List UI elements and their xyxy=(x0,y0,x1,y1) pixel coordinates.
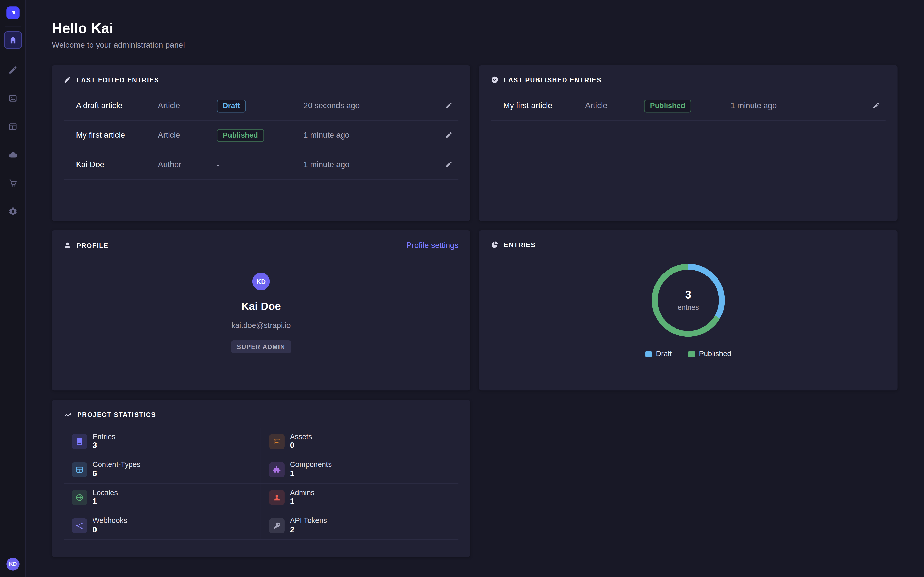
legend-item-published: Published xyxy=(688,350,731,358)
project-statistics-card: PROJECT STATISTICS Entries 3 Assets 0 xyxy=(52,400,470,557)
card-title: LAST PUBLISHED ENTRIES xyxy=(504,76,602,83)
entry-name: My first article xyxy=(76,131,158,140)
last-published-entries-card: LAST PUBLISHED ENTRIES My first article … xyxy=(479,65,898,221)
status-badge: Published xyxy=(217,129,264,142)
legend-item-draft: Draft xyxy=(645,350,672,358)
card-title: PROFILE xyxy=(76,242,108,249)
stat-value: 1 xyxy=(290,497,315,507)
globe-icon xyxy=(72,490,87,506)
sidebar: KD xyxy=(0,0,26,577)
puzzle-icon xyxy=(269,462,284,477)
card-title: ENTRIES xyxy=(504,241,536,248)
entry-time: 20 seconds ago xyxy=(304,101,437,110)
donut-legend: Draft Published xyxy=(645,350,731,358)
sidebar-item-settings[interactable] xyxy=(4,203,21,220)
status-badge: Published xyxy=(644,99,691,112)
edit-entry-button[interactable] xyxy=(864,102,880,110)
stat-value: 0 xyxy=(92,525,127,535)
user-avatar[interactable]: KD xyxy=(6,558,19,571)
sidebar-item-marketplace[interactable] xyxy=(4,174,21,192)
table-row: A draft article Article Draft 20 seconds… xyxy=(64,91,459,121)
stats-grid: Entries 3 Assets 0 Content-Types xyxy=(64,428,459,540)
sidebar-item-content-type-builder[interactable] xyxy=(4,118,21,135)
marketplace-cart-icon xyxy=(8,179,18,188)
content-type-builder-icon xyxy=(8,122,18,131)
sidebar-item-home[interactable] xyxy=(4,31,21,49)
edit-entry-button[interactable] xyxy=(437,161,453,169)
entries-card: ENTRIES 3 entries Draft xyxy=(479,230,898,390)
profile-card: PROFILE Profile settings KD Kai Doe kai.… xyxy=(52,230,470,390)
stat-assets: Assets 0 xyxy=(261,428,459,456)
table-row: Kai Doe Author - 1 minute ago xyxy=(64,150,459,179)
entry-type: Article xyxy=(158,101,217,110)
stat-label: Locales xyxy=(92,488,118,497)
pen-icon xyxy=(8,65,18,75)
main-content: Hello Kai Welcome to your administration… xyxy=(26,0,924,577)
draft-swatch xyxy=(645,351,652,357)
entry-type: Article xyxy=(585,101,644,110)
stat-value: 1 xyxy=(290,469,332,479)
pie-chart-icon xyxy=(491,241,498,248)
entries-total: 3 xyxy=(685,289,691,300)
stat-label: API Tokens xyxy=(290,516,327,525)
entry-time: 1 minute ago xyxy=(731,101,864,110)
stat-label: Assets xyxy=(290,433,312,441)
image-icon xyxy=(269,434,284,450)
edit-entry-button[interactable] xyxy=(437,131,453,139)
stat-content-types: Content-Types 6 xyxy=(64,456,261,484)
book-icon xyxy=(72,434,87,450)
stat-label: Entries xyxy=(92,433,115,441)
edit-entry-button[interactable] xyxy=(437,102,453,110)
entries-donut: 3 entries xyxy=(652,264,725,337)
user-icon xyxy=(269,490,284,506)
entry-time: 1 minute ago xyxy=(304,131,437,140)
sidebar-item-media-library[interactable] xyxy=(4,90,21,107)
stat-value: 0 xyxy=(290,441,312,451)
published-swatch xyxy=(688,351,695,357)
entry-name: My first article xyxy=(503,101,585,110)
stat-value: 1 xyxy=(92,497,118,507)
pencil-icon xyxy=(64,76,71,84)
stat-label: Content-Types xyxy=(92,461,141,469)
stat-api-tokens: API Tokens 2 xyxy=(261,512,459,540)
webhook-icon xyxy=(72,518,87,533)
stat-value: 6 xyxy=(92,469,141,479)
page-title: Hello Kai xyxy=(52,20,898,36)
check-circle-icon xyxy=(491,76,498,84)
stat-locales: Locales 1 xyxy=(64,484,261,512)
stat-admins: Admins 1 xyxy=(261,484,459,512)
table-row: My first article Article Published 1 min… xyxy=(491,91,885,121)
strapi-logo[interactable] xyxy=(6,6,19,19)
stat-label: Admins xyxy=(290,488,315,497)
layout-icon xyxy=(72,462,87,477)
sidebar-divider xyxy=(4,26,21,26)
profile-avatar: KD xyxy=(252,272,270,290)
stat-value: 3 xyxy=(92,441,115,451)
stat-label: Webhooks xyxy=(92,516,127,525)
entry-name: A draft article xyxy=(76,101,158,110)
strapi-admin-dashboard: KD Hello Kai Welcome to your administrat… xyxy=(0,0,924,577)
card-title: PROJECT STATISTICS xyxy=(77,411,156,418)
role-badge: SUPER ADMIN xyxy=(231,340,291,353)
table-row: My first article Article Published 1 min… xyxy=(64,121,459,150)
person-icon xyxy=(64,241,71,249)
stat-value: 2 xyxy=(290,525,327,535)
key-icon xyxy=(269,518,284,533)
sidebar-item-content-manager[interactable] xyxy=(4,61,21,79)
entry-type: Article xyxy=(158,131,217,140)
last-edited-entries-card: LAST EDITED ENTRIES A draft article Arti… xyxy=(52,65,470,221)
entries-unit: entries xyxy=(678,303,699,311)
sidebar-item-deploy[interactable] xyxy=(4,146,21,164)
page-subtitle: Welcome to your administration panel xyxy=(52,40,898,49)
settings-gear-icon xyxy=(8,207,18,216)
cloud-icon xyxy=(8,150,18,160)
stat-entries: Entries 3 xyxy=(64,428,261,456)
status-badge: Draft xyxy=(217,99,246,112)
profile-email: kai.doe@strapi.io xyxy=(231,321,291,330)
entry-name: Kai Doe xyxy=(76,160,158,169)
entry-time: 1 minute ago xyxy=(304,160,437,169)
profile-settings-link[interactable]: Profile settings xyxy=(406,241,459,250)
legend-label: Draft xyxy=(656,350,672,358)
stat-webhooks: Webhooks 0 xyxy=(64,512,261,540)
home-icon xyxy=(8,35,18,45)
